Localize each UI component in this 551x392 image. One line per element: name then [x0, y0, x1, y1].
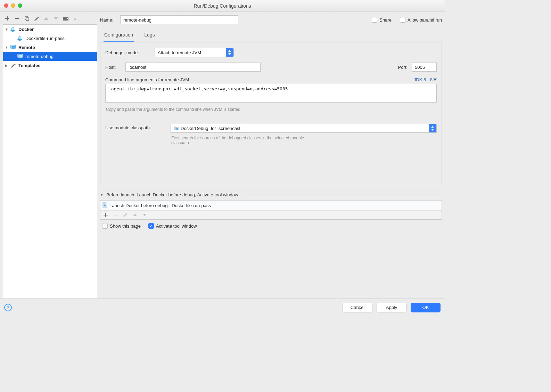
- move-down-button[interactable]: [53, 15, 59, 22]
- cancel-button[interactable]: Cancel: [343, 303, 372, 312]
- help-button[interactable]: ?: [4, 304, 12, 311]
- tree-toolbar: »: [3, 15, 97, 24]
- allow-parallel-label: Allow parallel run: [408, 17, 442, 23]
- chevron-down-icon[interactable]: ▼: [100, 193, 104, 197]
- tab-bar: Configuration Logs: [100, 28, 442, 42]
- module-classpath-select[interactable]: DockerDebug_for_screencast: [171, 124, 437, 133]
- add-task-button[interactable]: [102, 212, 109, 218]
- divider: [244, 195, 442, 195]
- remote-icon: [10, 44, 16, 50]
- module-classpath-hint: First search for sources of the debugged…: [171, 136, 320, 145]
- before-launch-title: Before launch: Launch Docker before debu…: [106, 192, 238, 197]
- allow-parallel-checkbox[interactable]: Allow parallel run: [400, 17, 442, 23]
- tree-label: Docker: [18, 27, 34, 32]
- port-label: Port:: [398, 65, 408, 70]
- task-down-button[interactable]: [141, 212, 148, 218]
- before-launch-section: ▼ Before launch: Launch Docker before de…: [100, 192, 442, 229]
- svg-rect-7: [19, 36, 20, 37]
- port-input[interactable]: [412, 63, 437, 72]
- svg-rect-5: [18, 38, 19, 39]
- checkbox-icon: [372, 17, 377, 23]
- titlebar: Run/Debug Configurations: [0, 0, 445, 12]
- svg-rect-12: [176, 128, 178, 130]
- remove-task-button[interactable]: [112, 212, 118, 218]
- svg-rect-1: [26, 18, 29, 21]
- show-this-page-label: Show this page: [110, 223, 141, 229]
- add-config-button[interactable]: [4, 15, 10, 22]
- svg-rect-4: [13, 27, 14, 28]
- svg-rect-3: [13, 28, 14, 30]
- settings-button[interactable]: [33, 15, 40, 22]
- tree-label: Templates: [18, 63, 40, 68]
- tab-logs[interactable]: Logs: [143, 28, 155, 42]
- svg-rect-6: [19, 38, 20, 39]
- before-launch-task[interactable]: D Launch Docker before debug: `Dockerfil…: [100, 201, 442, 210]
- window-close-button[interactable]: [4, 3, 8, 8]
- window-minimize-button[interactable]: [11, 3, 15, 8]
- task-label: Launch Docker before debug: `Dockerfile-…: [109, 203, 212, 208]
- folder-button[interactable]: [63, 15, 69, 22]
- expand-toolbar-button[interactable]: »: [72, 15, 79, 22]
- docker-icon: [10, 26, 16, 32]
- debugger-mode-label: Debugger mode:: [105, 50, 150, 55]
- svg-rect-13: [104, 205, 106, 206]
- remote-icon: [17, 53, 23, 59]
- tree-node-remote-debug[interactable]: remote-debug: [3, 52, 97, 61]
- window-zoom-button[interactable]: [18, 3, 22, 8]
- cmd-args-label: Command line arguments for remote JVM:: [105, 77, 190, 82]
- svg-rect-2: [11, 28, 12, 30]
- debugger-mode-select[interactable]: Attach to remote JVM: [155, 48, 234, 57]
- config-tree[interactable]: ▼ Docker Dockerfile-run-pass ▼: [3, 24, 97, 298]
- name-label: Name:: [100, 17, 117, 23]
- share-label: Share: [379, 17, 392, 23]
- remove-config-button[interactable]: [14, 15, 20, 22]
- svg-rect-8: [11, 45, 16, 48]
- ok-button[interactable]: OK: [411, 303, 441, 312]
- svg-rect-10: [18, 54, 23, 57]
- name-input[interactable]: [120, 15, 238, 24]
- module-icon: [174, 126, 179, 131]
- copy-config-button[interactable]: [24, 15, 30, 22]
- apply-button[interactable]: Apply: [377, 303, 406, 312]
- tree-label: remote-debug: [25, 54, 54, 59]
- tree-label: Remote: [18, 45, 35, 50]
- jdk-version-label: JDK 5 - 8: [414, 77, 433, 82]
- window-title: Run/Debug Configurations: [0, 3, 445, 9]
- wrench-icon: [10, 62, 16, 68]
- host-input[interactable]: [125, 63, 261, 72]
- chevron-right-icon: ▶: [5, 64, 9, 67]
- tree-node-dockerfile-run-pass[interactable]: Dockerfile-run-pass: [3, 34, 97, 43]
- checkbox-icon: [102, 223, 108, 229]
- select-caret-icon: [429, 124, 436, 132]
- svg-rect-11: [18, 55, 22, 57]
- svg-rect-0: [25, 17, 28, 19]
- cmd-args-textarea[interactable]: [105, 84, 437, 103]
- tab-configuration[interactable]: Configuration: [104, 28, 134, 42]
- share-checkbox[interactable]: Share: [372, 17, 392, 23]
- svg-rect-9: [11, 46, 15, 48]
- tree-label: Dockerfile-run-pass: [25, 36, 65, 41]
- svg-text:D: D: [104, 203, 105, 205]
- configuration-panel: Debugger mode: Attach to remote JVM Host…: [100, 42, 442, 185]
- select-value: DockerDebug_for_screencast: [181, 126, 240, 131]
- checkbox-checked-icon: [148, 223, 154, 229]
- jdk-version-link[interactable]: JDK 5 - 8: [414, 77, 437, 82]
- move-up-button[interactable]: [43, 15, 49, 22]
- host-label: Host:: [105, 65, 121, 70]
- activate-tool-window-checkbox[interactable]: Activate tool window: [148, 223, 197, 229]
- module-classpath-label: Use module classpath:: [105, 124, 164, 130]
- cmd-args-hint: Copy and paste the arguments to the comm…: [105, 107, 437, 112]
- select-value: Attach to remote JVM: [158, 50, 201, 55]
- checkbox-icon: [400, 17, 405, 23]
- tree-node-templates[interactable]: ▶ Templates: [3, 61, 97, 70]
- chevron-down-icon: ▼: [5, 46, 9, 49]
- show-this-page-checkbox[interactable]: Show this page: [102, 223, 141, 229]
- tree-node-remote[interactable]: ▼ Remote: [3, 43, 97, 52]
- select-caret-icon: [226, 48, 233, 57]
- tree-node-docker[interactable]: ▼ Docker: [3, 25, 97, 34]
- docker-icon: [17, 35, 23, 41]
- chevron-down-icon: ▼: [5, 27, 9, 31]
- task-up-button[interactable]: [132, 212, 138, 218]
- activate-tool-window-label: Activate tool window: [156, 223, 197, 229]
- edit-task-button[interactable]: [122, 212, 128, 218]
